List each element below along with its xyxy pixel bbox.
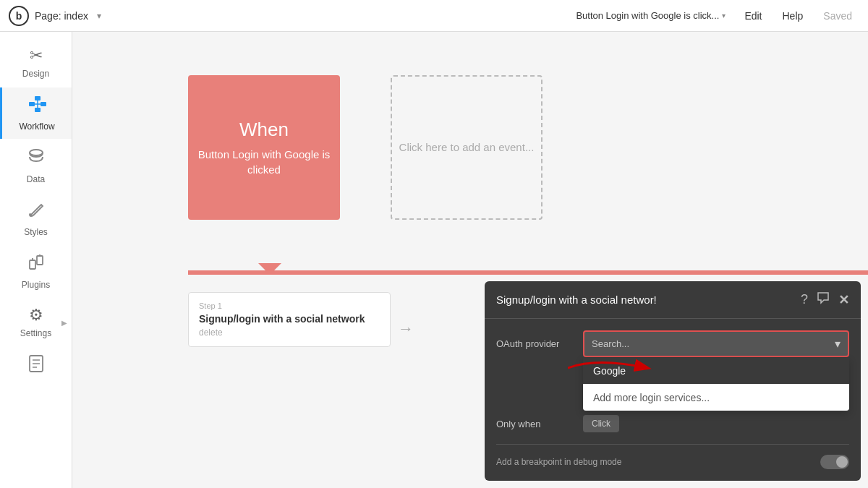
only-when-row: Only when Click [496, 415, 849, 432]
breakpoint-row: Add a breakpoint in debug mode [496, 444, 849, 469]
topbar: b Page: index ▾ Button Login with Google… [0, 0, 868, 32]
data-icon [27, 147, 46, 171]
add-event-text: Click here to add an event... [399, 140, 535, 156]
dropdown-caret-icon[interactable]: ▾ [827, 332, 848, 356]
workflow-icon [27, 95, 46, 118]
add-event-block[interactable]: Click here to add an event... [391, 75, 542, 220]
click-badge[interactable]: Click [583, 415, 619, 432]
oauth-search-input[interactable] [584, 333, 827, 354]
scissors-icon: ✂ [30, 46, 43, 65]
when-block[interactable]: When Button Login with Google is clicked [188, 75, 340, 220]
panel-header: Signup/login with a social networ! ? ✕ [485, 281, 861, 319]
page-dropdown-button[interactable]: ▾ [94, 9, 104, 22]
connector-bar [188, 270, 868, 275]
edit-menu[interactable]: Edit [737, 7, 769, 25]
google-option[interactable]: Google [583, 358, 849, 384]
sidebar-item-data[interactable]: Data [0, 140, 72, 192]
app-logo: b [9, 6, 29, 26]
sidebar-item-design-label: Design [22, 69, 49, 79]
oauth-provider-row: OAuth provider ▾ Google Add more login s… [496, 330, 849, 357]
sidebar-item-data-label: Data [27, 174, 45, 184]
when-subtitle: Button Login with Google is clicked [188, 147, 340, 177]
panel-body: OAuth provider ▾ Google Add more login s… [485, 319, 861, 481]
panel-title: Signup/login with a social networ! [496, 294, 801, 306]
sidebar: ✂ Design Workflow [0, 32, 72, 488]
help-menu[interactable]: Help [775, 7, 811, 25]
breakpoint-label: Add a breakpoint in debug mode [496, 457, 820, 467]
main-layout: ✂ Design Workflow [0, 32, 868, 488]
svg-rect-8 [30, 260, 35, 269]
page-label: Page: index [35, 10, 88, 22]
sidebar-item-plugins[interactable]: Plugins [0, 246, 72, 297]
sidebar-item-styles-label: Styles [24, 227, 48, 237]
comment-icon[interactable] [817, 291, 830, 308]
add-more-option[interactable]: Add more login services... [583, 384, 849, 411]
step-block[interactable]: Step 1 Signup/login with a social networ… [188, 292, 391, 347]
step-name: Signup/login with a social network [199, 313, 380, 325]
sidebar-item-settings[interactable]: ⚙ Settings ▶ [0, 299, 72, 346]
oauth-control: ▾ Google Add more login services... [583, 330, 849, 357]
svg-point-7 [30, 150, 43, 155]
search-input-wrapper[interactable]: ▾ [583, 330, 849, 357]
sidebar-item-design[interactable]: ✂ Design [0, 39, 72, 86]
panel-icons: ? ✕ [801, 291, 849, 308]
sidebar-item-plugins-label: Plugins [22, 280, 50, 290]
only-when-label: Only when [496, 419, 583, 429]
sidebar-item-workflow-label: Workflow [19, 121, 54, 132]
saved-status: Saved [816, 7, 859, 25]
help-icon[interactable]: ? [801, 292, 808, 307]
svg-rect-3 [41, 102, 46, 106]
svg-rect-0 [29, 102, 35, 106]
sidebar-item-styles[interactable]: Styles [0, 193, 72, 244]
triangle-connector [258, 263, 281, 275]
oauth-dropdown-menu: Google Add more login services... [583, 358, 849, 411]
svg-rect-9 [37, 256, 43, 265]
main-canvas: When Button Login with Google is clicked… [72, 32, 868, 488]
panel-close-button[interactable]: ✕ [838, 292, 849, 308]
sidebar-expand-arrow: ▶ [61, 318, 67, 326]
workflow-trigger-label: Button Login with Google is click... [576, 10, 719, 21]
workflow-trigger-caret: ▾ [722, 12, 726, 20]
doc-icon [28, 354, 44, 377]
workflow-trigger-button[interactable]: Button Login with Google is click... ▾ [570, 7, 731, 24]
step-delete-link[interactable]: delete [199, 328, 380, 338]
sidebar-item-workflow[interactable]: Workflow [0, 87, 72, 139]
plugins-icon [27, 253, 46, 276]
sidebar-item-extra[interactable] [0, 347, 72, 385]
oauth-label: OAuth provider [496, 338, 583, 349]
breakpoint-toggle[interactable] [820, 455, 849, 469]
toggle-knob [836, 456, 848, 468]
when-title: When [239, 119, 289, 141]
step-label: Step 1 [199, 301, 380, 310]
step-arrow-icon: → [398, 320, 414, 338]
action-panel: Signup/login with a social networ! ? ✕ O… [485, 281, 861, 481]
sidebar-item-settings-label: Settings [20, 328, 51, 338]
gear-icon: ⚙ [29, 306, 43, 325]
brush-icon [27, 200, 46, 223]
